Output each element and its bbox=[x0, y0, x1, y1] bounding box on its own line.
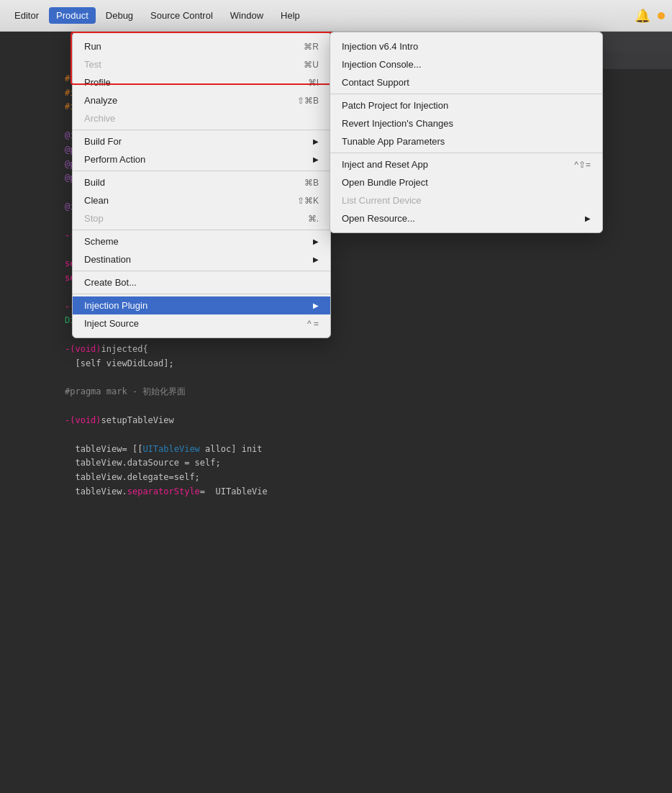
menu-injection-plugin[interactable]: Injection Plugin ▶ bbox=[73, 296, 330, 314]
menu-help[interactable]: Help bbox=[273, 7, 307, 24]
injection-submenu-section-patch: Patch Project for Injection Revert Injec… bbox=[330, 94, 602, 153]
injection-list-device: List Current Device bbox=[330, 191, 602, 209]
menu-editor[interactable]: Editor bbox=[7, 7, 46, 24]
menu-debug[interactable]: Debug bbox=[99, 7, 140, 24]
menu-create-bot[interactable]: Create Bot... bbox=[73, 273, 330, 291]
menu-bar: Editor Product Debug Source Control Wind… bbox=[0, 0, 672, 32]
menu-run[interactable]: Run ⌘R bbox=[73, 37, 330, 55]
notifications-bell-icon[interactable]: 🔔 bbox=[635, 8, 650, 24]
menu-perform-action[interactable]: Perform Action ▶ bbox=[73, 150, 330, 168]
injection-tunable-params[interactable]: Tunable App Parameters bbox=[330, 132, 602, 150]
injection-console[interactable]: Injection Console... bbox=[330, 55, 602, 73]
menu-clean[interactable]: Clean ⇧⌘K bbox=[73, 191, 330, 209]
menu-destination[interactable]: Destination ▶ bbox=[73, 250, 330, 268]
menu-section-create-bot: Create Bot... bbox=[73, 271, 330, 294]
menu-test: Test ⌘U bbox=[73, 55, 330, 73]
menu-window[interactable]: Window bbox=[223, 7, 271, 24]
injection-submenu-section-reset: Inject and Reset App ^⇧= Open Bundle Pro… bbox=[330, 153, 602, 230]
product-menu-dropdown: Run ⌘R Test ⌘U Profile ⌘I Analyze ⇧⌘B Ar… bbox=[72, 32, 331, 338]
menu-section-build: Build ⌘B Clean ⇧⌘K Stop ⌘. bbox=[73, 171, 330, 230]
status-indicator bbox=[658, 12, 665, 19]
injection-plugin-submenu: Injection v6.4 Intro Injection Console..… bbox=[330, 32, 603, 233]
menu-build-for[interactable]: Build For ▶ bbox=[73, 132, 330, 150]
menu-section-run: Run ⌘R Test ⌘U Profile ⌘I Analyze ⇧⌘B Ar… bbox=[73, 35, 330, 130]
injection-submenu-section-intro: Injection v6.4 Intro Injection Console..… bbox=[330, 35, 602, 94]
menu-section-injection: Injection Plugin ▶ Inject Source ^ = bbox=[73, 294, 330, 335]
menu-scheme[interactable]: Scheme ▶ bbox=[73, 232, 330, 250]
menu-profile[interactable]: Profile ⌘I bbox=[73, 73, 330, 91]
menu-build[interactable]: Build ⌘B bbox=[73, 173, 330, 191]
menu-inject-source[interactable]: Inject Source ^ = bbox=[73, 314, 330, 332]
injection-patch-project[interactable]: Patch Project for Injection bbox=[330, 96, 602, 114]
injection-reset-app[interactable]: Inject and Reset App ^⇧= bbox=[330, 155, 602, 173]
menu-product[interactable]: Product bbox=[49, 7, 96, 24]
menu-source-control[interactable]: Source Control bbox=[143, 7, 220, 24]
menu-stop: Stop ⌘. bbox=[73, 209, 330, 227]
injection-revert-changes[interactable]: Revert Injection's Changes bbox=[330, 114, 602, 132]
menu-section-scheme: Scheme ▶ Destination ▶ bbox=[73, 230, 330, 271]
menu-section-build-for: Build For ▶ Perform Action ▶ bbox=[73, 130, 330, 171]
injection-open-bundle[interactable]: Open Bundle Project bbox=[330, 173, 602, 191]
injection-intro[interactable]: Injection v6.4 Intro bbox=[330, 37, 602, 55]
menu-archive: Archive bbox=[73, 109, 330, 127]
injection-contact-support[interactable]: Contact Support bbox=[330, 73, 602, 91]
injection-open-resource[interactable]: Open Resource... ▶ bbox=[330, 209, 602, 227]
menu-analyze[interactable]: Analyze ⇧⌘B bbox=[73, 91, 330, 109]
